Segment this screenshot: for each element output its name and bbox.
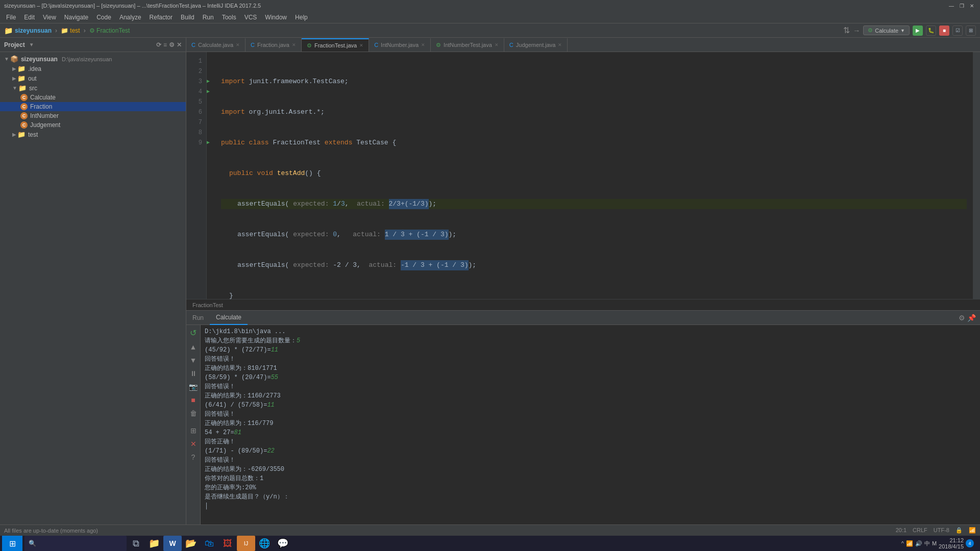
tree-item-idea[interactable]: ▶ 📁 .idea <box>0 64 186 73</box>
sidebar-dropdown[interactable]: ▼ <box>29 42 34 47</box>
settings-icon[interactable]: ⚙ <box>169 41 175 48</box>
taskbar-intellij[interactable]: IJ <box>237 536 255 551</box>
menu-build[interactable]: Build <box>177 13 199 22</box>
settings-gear-icon[interactable]: ⚙ <box>959 314 965 322</box>
stop-button[interactable]: ■ <box>939 26 949 36</box>
tree-item-root[interactable]: ▼ 📦 sizeyunsuan D:\java\sizeyunsuan <box>0 54 186 64</box>
menu-edit[interactable]: Edit <box>20 13 39 22</box>
tab-intnumber[interactable]: C IntNumber.java ✕ <box>369 38 431 52</box>
tab-close-intnumber[interactable]: ✕ <box>421 42 425 47</box>
tab-judgement[interactable]: C Judgement.java ✕ <box>504 38 568 52</box>
menu-run[interactable]: Run <box>199 13 218 22</box>
menu-analyze[interactable]: Analyze <box>115 13 145 22</box>
collapse-icon[interactable]: ≡ <box>163 41 167 48</box>
project-icon: 📁 <box>4 27 13 35</box>
tray-volume-icon[interactable]: 🔊 <box>915 540 922 547</box>
scroll-up-icon[interactable]: ▲ <box>189 342 198 352</box>
code-editor[interactable]: 1 2 3 4 5 6 7 8 9 ▶ ▶ ▶ <box>186 52 980 299</box>
run-button[interactable]: ▶ <box>913 26 923 36</box>
menu-vcs[interactable]: VCS <box>240 13 261 22</box>
restart-icon[interactable]: ↺ <box>189 327 198 339</box>
bottom-panel: Run Calculate ⚙ 📌 ↺ ▲ ▼ ⏸ 📷 ■ 🗑 ⊞ <box>186 310 980 524</box>
tree-item-calculate[interactable]: C Calculate <box>0 93 186 102</box>
error-icon[interactable]: ✕ <box>189 439 198 449</box>
code-content[interactable]: import junit.framework.TestCase; import … <box>215 52 973 299</box>
close-sidebar-icon[interactable]: ✕ <box>177 41 182 48</box>
taskbar-wechat[interactable]: 💬 <box>274 536 292 551</box>
pause-icon[interactable]: ⏸ <box>189 368 198 379</box>
taskbar-photos[interactable]: 🖼 <box>218 536 237 551</box>
tray-ime-icon[interactable]: 中 <box>924 540 930 547</box>
console-line-5: 正确的结果为：810/1771 <box>205 364 976 373</box>
tree-item-out[interactable]: ▶ 📁 out <box>0 73 186 83</box>
bottom-tab-calculate[interactable]: Calculate <box>210 311 248 325</box>
console-area[interactable]: D:\jkd1.8\bin\java ... 请输入您所需要生成的题目数量：5 … <box>201 325 980 524</box>
status-message: All files are up-to-date (moments ago) <box>4 528 98 534</box>
tree-item-src[interactable]: ▼ 📁 src <box>0 83 186 93</box>
taskbar-store[interactable]: 🛍 <box>200 536 218 551</box>
filter-icon[interactable]: ⊞ <box>189 425 198 436</box>
close-button[interactable]: ✕ <box>968 2 976 10</box>
bottom-tab-run[interactable]: Run <box>186 311 210 325</box>
tab-close-fractiontest[interactable]: ✕ <box>359 43 363 48</box>
tree-item-intnumber[interactable]: C IntNumber <box>0 111 186 120</box>
taskbar-word[interactable]: W <box>163 536 182 551</box>
taskbar-files[interactable]: 📂 <box>182 536 200 551</box>
start-button[interactable]: ⊞ <box>2 536 22 551</box>
tab-close-fraction[interactable]: ✕ <box>292 42 296 47</box>
menu-view[interactable]: View <box>39 13 60 22</box>
maximize-button[interactable]: ❐ <box>958 2 966 10</box>
nav-arrow-right[interactable]: → <box>853 27 860 35</box>
navbar: 📁 sizeyunsuan › 📁 test › ⚙ FractionTest … <box>0 23 980 38</box>
actual-val7: -1 / 3 + (-1 / 3) <box>401 260 469 270</box>
clear-icon[interactable]: 🗑 <box>189 408 198 418</box>
tab-fractiontest[interactable]: ⚙ FractionTest.java ✕ <box>302 38 369 52</box>
debug-button[interactable]: 🐛 <box>926 26 936 36</box>
taskbar-search[interactable]: 🔍 <box>24 536 127 551</box>
tab-close-judgement[interactable]: ✕ <box>558 42 562 47</box>
comma7: , <box>357 260 369 270</box>
tab-close-calculate[interactable]: ✕ <box>236 42 240 47</box>
minimize-button[interactable]: — <box>947 2 955 10</box>
val-13: 1 <box>333 199 337 209</box>
sync-icon[interactable]: ⟳ <box>156 41 161 48</box>
tree-item-judgement[interactable]: C Judgement <box>0 120 186 130</box>
tab-intnumbertest[interactable]: ⚙ IntNumberTest.java ✕ <box>431 38 504 52</box>
tray-network-icon[interactable]: 📶 <box>906 540 913 547</box>
menu-help[interactable]: Help <box>291 13 312 22</box>
breadcrumb-project[interactable]: sizeyunsuan <box>15 27 52 34</box>
scroll-down-icon[interactable]: ▼ <box>189 355 198 365</box>
taskbar-explorer[interactable]: 📁 <box>145 536 163 551</box>
breadcrumb-file[interactable]: ⚙ FractionTest <box>89 27 130 34</box>
tray-m-icon[interactable]: M <box>932 540 937 546</box>
tab-calculate[interactable]: C Calculate.java ✕ <box>186 38 246 52</box>
ind-9: ▶ <box>207 138 215 148</box>
coverage-button[interactable]: ☑ <box>952 26 963 36</box>
taskbar-edge[interactable]: 🌐 <box>255 536 274 551</box>
menu-code[interactable]: Code <box>92 13 115 22</box>
pin-icon[interactable]: 📌 <box>967 314 976 322</box>
stop-console-icon[interactable]: ■ <box>190 395 196 405</box>
run-configuration[interactable]: ⚙ Calculate ▼ <box>863 26 910 35</box>
tab-icon-judgement: C <box>509 42 513 48</box>
tray-up-icon[interactable]: ^ <box>901 540 904 546</box>
breadcrumb-test[interactable]: 📁 test <box>61 27 80 34</box>
judgement-java-icon: C <box>20 121 28 129</box>
tab-close-intnumbertest[interactable]: ✕ <box>495 42 499 47</box>
camera-icon[interactable]: 📷 <box>188 382 199 392</box>
help-icon[interactable]: ? <box>190 452 197 462</box>
nav-arrows[interactable]: ⇅ <box>843 26 850 35</box>
menu-tools[interactable]: Tools <box>218 13 240 22</box>
tree-item-fraction[interactable]: C Fraction <box>0 102 186 111</box>
notification-badge[interactable]: 4 <box>966 539 974 547</box>
menu-navigate[interactable]: Navigate <box>60 13 92 22</box>
menu-refactor[interactable]: Refactor <box>145 13 177 22</box>
menu-window[interactable]: Window <box>261 13 291 22</box>
ind-3: ▶ <box>207 77 215 87</box>
tree-item-test[interactable]: ▶ 📁 test <box>0 130 186 139</box>
menu-file[interactable]: File <box>2 13 20 22</box>
tab-fraction[interactable]: C Fraction.java ✕ <box>246 38 302 52</box>
chevron-src: ▼ <box>12 85 17 91</box>
taskbar-taskview[interactable]: ⧉ <box>127 536 145 551</box>
profile-button[interactable]: ⊞ <box>966 26 976 36</box>
